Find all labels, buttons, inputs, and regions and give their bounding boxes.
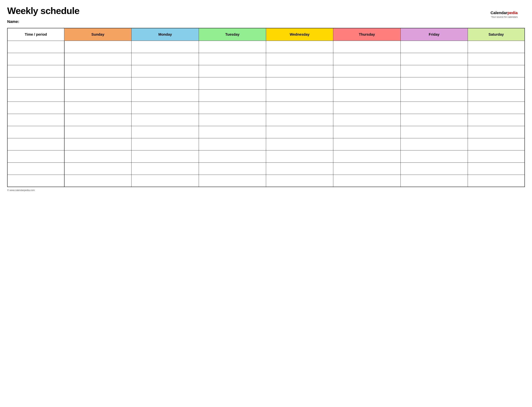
schedule-cell[interactable] — [199, 102, 266, 114]
schedule-cell[interactable] — [333, 89, 400, 102]
schedule-cell[interactable] — [400, 53, 468, 65]
schedule-cell[interactable] — [132, 114, 199, 126]
schedule-cell[interactable] — [132, 150, 199, 163]
schedule-cell[interactable] — [266, 65, 333, 77]
schedule-cell[interactable] — [199, 89, 266, 102]
schedule-cell[interactable] — [132, 102, 199, 114]
schedule-cell[interactable] — [400, 77, 468, 89]
schedule-cell[interactable] — [400, 114, 468, 126]
schedule-cell[interactable] — [400, 175, 468, 187]
schedule-cell[interactable] — [468, 126, 525, 138]
time-cell[interactable] — [7, 150, 64, 163]
schedule-cell[interactable] — [266, 77, 333, 89]
schedule-cell[interactable] — [333, 114, 400, 126]
time-cell[interactable] — [7, 138, 64, 150]
schedule-cell[interactable] — [199, 65, 266, 77]
schedule-cell[interactable] — [64, 150, 132, 163]
schedule-cell[interactable] — [333, 53, 400, 65]
time-cell[interactable] — [7, 89, 64, 102]
schedule-cell[interactable] — [468, 150, 525, 163]
schedule-cell[interactable] — [132, 163, 199, 175]
schedule-cell[interactable] — [333, 102, 400, 114]
schedule-cell[interactable] — [333, 163, 400, 175]
time-cell[interactable] — [7, 126, 64, 138]
time-cell[interactable] — [7, 163, 64, 175]
schedule-cell[interactable] — [132, 175, 199, 187]
schedule-cell[interactable] — [266, 89, 333, 102]
schedule-cell[interactable] — [132, 77, 199, 89]
schedule-cell[interactable] — [199, 138, 266, 150]
schedule-cell[interactable] — [64, 163, 132, 175]
schedule-cell[interactable] — [132, 126, 199, 138]
schedule-cell[interactable] — [266, 114, 333, 126]
schedule-cell[interactable] — [266, 138, 333, 150]
schedule-cell[interactable] — [468, 163, 525, 175]
time-cell[interactable] — [7, 41, 64, 53]
footer-url: © www.calendarpedia.com — [7, 189, 525, 191]
schedule-cell[interactable] — [64, 102, 132, 114]
schedule-cell[interactable] — [266, 126, 333, 138]
schedule-cell[interactable] — [199, 126, 266, 138]
schedule-cell[interactable] — [64, 126, 132, 138]
schedule-cell[interactable] — [468, 102, 525, 114]
schedule-cell[interactable] — [132, 65, 199, 77]
schedule-cell[interactable] — [400, 163, 468, 175]
schedule-cell[interactable] — [333, 65, 400, 77]
schedule-cell[interactable] — [333, 138, 400, 150]
schedule-cell[interactable] — [468, 114, 525, 126]
schedule-cell[interactable] — [266, 163, 333, 175]
schedule-cell[interactable] — [64, 138, 132, 150]
schedule-cell[interactable] — [468, 77, 525, 89]
schedule-cell[interactable] — [333, 126, 400, 138]
schedule-cell[interactable] — [333, 175, 400, 187]
schedule-cell[interactable] — [400, 41, 468, 53]
schedule-cell[interactable] — [64, 114, 132, 126]
schedule-cell[interactable] — [64, 53, 132, 65]
schedule-cell[interactable] — [400, 126, 468, 138]
schedule-cell[interactable] — [400, 65, 468, 77]
schedule-cell[interactable] — [132, 53, 199, 65]
schedule-cell[interactable] — [64, 65, 132, 77]
table-row — [7, 89, 525, 102]
schedule-cell[interactable] — [468, 175, 525, 187]
schedule-cell[interactable] — [199, 53, 266, 65]
schedule-cell[interactable] — [199, 114, 266, 126]
time-cell[interactable] — [7, 114, 64, 126]
schedule-cell[interactable] — [400, 102, 468, 114]
schedule-cell[interactable] — [199, 163, 266, 175]
schedule-cell[interactable] — [199, 175, 266, 187]
time-cell[interactable] — [7, 65, 64, 77]
schedule-cell[interactable] — [266, 53, 333, 65]
schedule-cell[interactable] — [400, 138, 468, 150]
schedule-cell[interactable] — [468, 53, 525, 65]
schedule-cell[interactable] — [266, 41, 333, 53]
time-cell[interactable] — [7, 102, 64, 114]
schedule-cell[interactable] — [468, 89, 525, 102]
schedule-cell[interactable] — [468, 138, 525, 150]
schedule-cell[interactable] — [64, 41, 132, 53]
brand-name: Calendarpedia — [490, 10, 518, 16]
schedule-cell[interactable] — [266, 175, 333, 187]
schedule-cell[interactable] — [266, 102, 333, 114]
schedule-cell[interactable] — [132, 41, 199, 53]
schedule-cell[interactable] — [132, 138, 199, 150]
schedule-cell[interactable] — [333, 77, 400, 89]
schedule-cell[interactable] — [266, 150, 333, 163]
schedule-cell[interactable] — [468, 41, 525, 53]
schedule-cell[interactable] — [199, 150, 266, 163]
schedule-cell[interactable] — [400, 150, 468, 163]
schedule-cell[interactable] — [132, 89, 199, 102]
page-title: Weekly schedule — [7, 5, 525, 16]
schedule-cell[interactable] — [468, 65, 525, 77]
schedule-cell[interactable] — [199, 77, 266, 89]
schedule-cell[interactable] — [64, 175, 132, 187]
time-cell[interactable] — [7, 175, 64, 187]
schedule-cell[interactable] — [64, 89, 132, 102]
time-cell[interactable] — [7, 53, 64, 65]
schedule-cell[interactable] — [64, 77, 132, 89]
schedule-cell[interactable] — [199, 41, 266, 53]
schedule-cell[interactable] — [333, 41, 400, 53]
time-cell[interactable] — [7, 77, 64, 89]
schedule-cell[interactable] — [400, 89, 468, 102]
schedule-cell[interactable] — [333, 150, 400, 163]
